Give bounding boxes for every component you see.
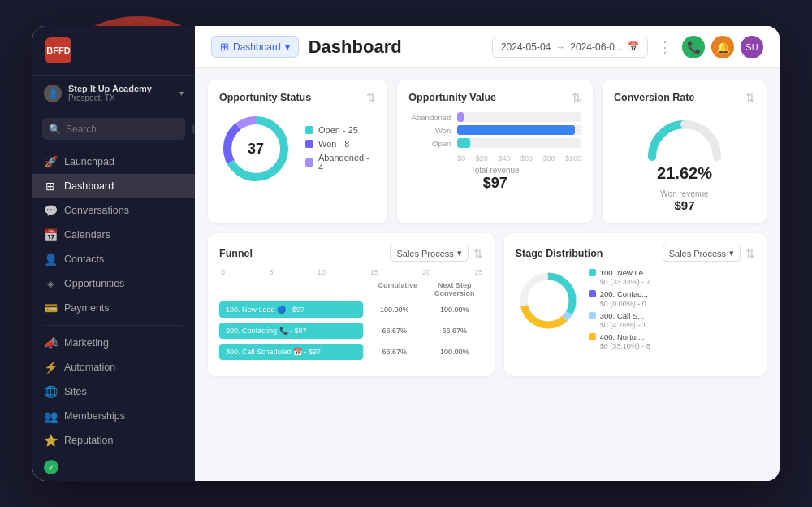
stage-donut-chart — [516, 268, 581, 333]
bar-row-open: Open — [408, 138, 581, 148]
user-avatar-button[interactable]: SU — [741, 36, 763, 58]
widgets-row-1: Opportunity Status ⇅ — [208, 80, 767, 223]
axis-25: 25 — [475, 268, 483, 276]
sidebar-item-contacts[interactable]: 👤 Contacts — [32, 247, 195, 271]
col-next: Next Step Conversion — [426, 281, 483, 297]
stage-label-2: 200. Contac... — [600, 289, 648, 299]
sidebar-item-label: Dashboard — [64, 180, 114, 192]
funnel-cumulative: 66.67% — [366, 348, 423, 356]
marketing-icon: 📣 — [44, 336, 57, 349]
bar-label: Abandoned — [408, 113, 451, 122]
axis-40: $40 — [498, 154, 510, 162]
col-name — [219, 281, 369, 297]
conversion-rate-widget: Conversion Rate ⇅ — [603, 80, 767, 223]
reputation-icon: ⭐ — [44, 434, 57, 447]
funnel-axis: 0 5 10 15 20 25 — [219, 268, 483, 276]
widget-settings-icon[interactable]: ⇅ — [745, 247, 755, 260]
funnel-bar-label: 100. New Lead 🔵 - $97 — [226, 306, 304, 314]
memberships-icon: 👥 — [44, 410, 57, 422]
widget-settings-icon[interactable]: ⇅ — [366, 91, 376, 104]
sidebar-bottom-bar: ✓ — [32, 453, 195, 481]
sidebar-item-label: Reputation — [64, 435, 113, 446]
widget-settings-icon[interactable]: ⇅ — [572, 91, 581, 104]
gauge-value: 21.62% — [657, 164, 712, 183]
sidebar-item-launchpad[interactable]: 🚀 Launchpad — [32, 150, 195, 174]
main-container: BFFD 👤 Step It Up Academy Prospect, TX ▾… — [32, 26, 780, 481]
widget-title: Opportunity Value — [408, 92, 496, 103]
chevron-down-icon: ▾ — [457, 248, 462, 258]
stage-legend-item-3: 300. Call S... $0 (4.76%) - 1 — [589, 311, 650, 329]
opportunities-icon: ◈ — [44, 277, 57, 290]
dashboard-view-button[interactable]: ⊞ Dashboard ▾ — [211, 36, 299, 58]
sidebar-item-sites[interactable]: 🌐 Sites — [32, 379, 195, 404]
stage-legend-text-4: 400. Nurtur... $0 (33.10%) - 8 — [600, 332, 650, 350]
more-options-icon[interactable]: ⋮ — [658, 38, 672, 56]
top-bar: ⊞ Dashboard ▾ Dashboard 2024-05-04 → 202… — [195, 26, 780, 68]
sidebar-item-automation[interactable]: ⚡ Automation — [32, 355, 195, 379]
search-input[interactable] — [66, 124, 188, 135]
stage-label-1: 100. New Le... — [600, 268, 650, 278]
funnel-bar-label: 300. Call Scheduled 📅 - $97 — [226, 348, 321, 356]
legend-item-open: Open - 25 — [305, 125, 376, 135]
stage-header: Stage Distribution Sales Process ▾ ⇅ — [516, 245, 755, 262]
widget-title: Funnel — [219, 248, 253, 259]
funnel-bar-label: 200. Contacting 📞 - $97 — [226, 327, 307, 335]
dashboard-view-label: Dashboard — [233, 41, 281, 53]
sidebar-divider — [44, 325, 184, 326]
widget-settings-icon[interactable]: ⇅ — [745, 91, 755, 104]
account-name: Step It Up Academy — [68, 84, 173, 93]
gauge-chart — [644, 112, 725, 161]
sidebar-item-opportunities[interactable]: ◈ Opportunities — [32, 271, 195, 296]
dashboard-icon: ⊞ — [44, 180, 57, 193]
funnel-next: 100.00% — [426, 348, 483, 356]
axis-20: 20 — [422, 268, 430, 276]
funnel-bar: 300. Call Scheduled 📅 - $97 — [219, 344, 363, 360]
phone-icon-button[interactable]: 📞 — [682, 36, 705, 58]
top-bar-icons: 📞 🔔 SU — [682, 36, 763, 58]
stage-content: 100. New Le... $0 (33.33%) - 7 200. Cont… — [516, 268, 755, 350]
bar-label: Won — [408, 126, 451, 135]
funnel-cumulative: 66.67% — [366, 327, 423, 335]
stage-legend-text-1: 100. New Le... $0 (33.33%) - 7 — [600, 268, 650, 286]
widget-settings-icon[interactable]: ⇅ — [473, 247, 483, 260]
widget-title: Stage Distribution — [516, 248, 603, 259]
stage-label-3: 300. Call S... — [600, 311, 646, 321]
donut-legend: Open - 25 Won - 8 Abandoned - 4 — [305, 125, 376, 172]
sidebar-item-conversations[interactable]: 💬 Conversations — [32, 198, 195, 223]
stage-legend-item-2: 200. Contac... $0 (0.00%) - 0 — [589, 289, 650, 307]
bell-icon-button[interactable]: 🔔 — [711, 36, 734, 58]
legend-item-won: Won - 8 — [305, 139, 376, 149]
stage-dot-1 — [589, 269, 596, 276]
date-arrow: → — [555, 41, 565, 53]
donut-center-value: 37 — [248, 141, 264, 158]
sidebar-item-payments[interactable]: 💳 Payments — [32, 296, 195, 320]
sidebar-item-memberships[interactable]: 👥 Memberships — [32, 404, 195, 428]
date-range-picker[interactable]: 2024-05-04 → 2024-06-0... 📅 — [492, 37, 648, 58]
sidebar-account[interactable]: 👤 Step It Up Academy Prospect, TX ▾ — [32, 76, 195, 111]
date-start: 2024-05-04 — [501, 41, 551, 53]
stage-sub-2: $0 (0.00%) - 0 — [600, 300, 648, 308]
funnel-col-headers: Cumulative Next Step Conversion — [219, 281, 483, 297]
axis-0: $0 — [457, 154, 465, 162]
chevron-down-icon: ▾ — [285, 41, 290, 53]
funnel-next: 66.67% — [426, 327, 483, 335]
bar-fill — [457, 125, 575, 135]
stage-distribution-widget: Stage Distribution Sales Process ▾ ⇅ — [504, 233, 767, 376]
legend-label-abandoned: Abandoned - 4 — [318, 153, 376, 172]
widget-header: Opportunity Value ⇅ — [408, 91, 581, 104]
funnel-selector[interactable]: Sales Process ▾ — [390, 245, 468, 262]
sidebar-item-marketing[interactable]: 📣 Marketing — [32, 331, 195, 355]
status-indicator: ✓ — [44, 460, 58, 474]
axis-10: 10 — [317, 268, 326, 276]
calendars-icon: 📅 — [44, 228, 57, 241]
sidebar-item-label: Launchpad — [64, 156, 114, 167]
funnel-row-2: 200. Contacting 📞 - $97 66.67% 66.67% — [219, 323, 483, 339]
legend-dot-abandoned — [305, 158, 313, 167]
sidebar-item-dashboard[interactable]: ⊞ Dashboard — [32, 174, 195, 198]
sidebar-item-calendars[interactable]: 📅 Calendars — [32, 223, 195, 247]
stage-donut-svg — [516, 268, 581, 333]
stage-dot-3 — [589, 312, 596, 319]
sidebar-search[interactable]: 🔍 ⌘K ＋ — [42, 118, 185, 140]
stage-selector[interactable]: Sales Process ▾ — [663, 245, 741, 262]
sidebar-item-reputation[interactable]: ⭐ Reputation — [32, 428, 195, 453]
